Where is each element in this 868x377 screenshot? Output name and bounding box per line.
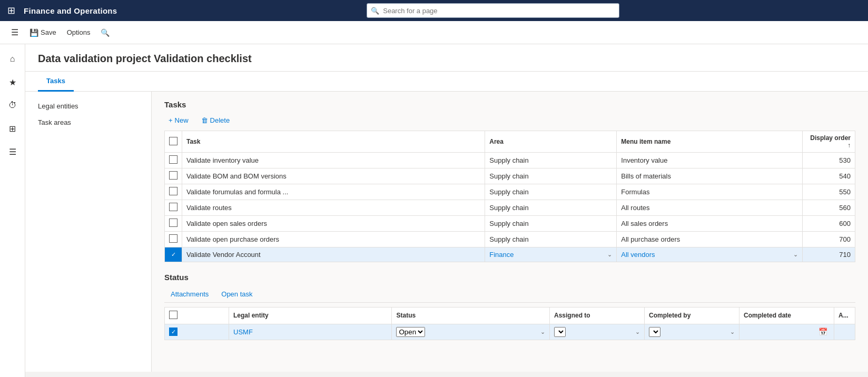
col-task: Task bbox=[182, 131, 485, 153]
app-grid-icon[interactable]: ⊞ bbox=[5, 3, 17, 18]
menu-item-select[interactable]: All vendors bbox=[621, 251, 793, 259]
display-order-cell: 710 bbox=[803, 247, 855, 262]
table-row[interactable]: Validate open sales ordersSupply chainAl… bbox=[165, 216, 855, 232]
task-name-cell[interactable]: Validate routes bbox=[182, 200, 485, 216]
table-row[interactable]: Validate inventory valueSupply chainInve… bbox=[165, 153, 855, 168]
menu-item-name-cell[interactable]: All routes bbox=[617, 200, 803, 216]
area-cell[interactable]: Supply chain bbox=[485, 153, 617, 168]
table-row[interactable]: ✓Finance⌄All vendors⌄710 bbox=[165, 247, 855, 262]
sidebar-home-button[interactable]: ⌂ bbox=[2, 48, 23, 70]
attachments-tab[interactable]: Attachments bbox=[164, 287, 215, 302]
task-name-input[interactable] bbox=[186, 251, 480, 259]
save-icon: 💾 bbox=[29, 28, 38, 37]
row-check-cell[interactable] bbox=[165, 216, 182, 232]
menu-item-name-cell[interactable]: Bills of materials bbox=[617, 168, 803, 184]
options-button[interactable]: Options bbox=[63, 26, 95, 38]
row-check-cell[interactable] bbox=[165, 232, 182, 247]
task-name-cell[interactable]: Validate inventory value bbox=[182, 153, 485, 168]
row-check-cell[interactable] bbox=[165, 168, 182, 184]
select-all-checkbox[interactable] bbox=[169, 137, 177, 145]
menu-item-name-cell[interactable]: Inventory value bbox=[617, 153, 803, 168]
row-checkbox[interactable]: ✓ bbox=[169, 251, 177, 259]
col-area: Area bbox=[485, 131, 617, 153]
col-extra: A... bbox=[834, 307, 855, 324]
save-button[interactable]: 💾 Save bbox=[25, 26, 61, 39]
col-assigned-to: Assigned to bbox=[550, 307, 645, 324]
open-task-tab[interactable]: Open task bbox=[215, 287, 259, 302]
completed-by-select[interactable] bbox=[649, 327, 660, 337]
row-checkbox[interactable] bbox=[169, 155, 177, 164]
sidebar-recent-button[interactable]: ⏱ bbox=[2, 95, 23, 116]
assigned-to-arrow: ⌄ bbox=[635, 329, 640, 335]
main-layout: ⌂ ★ ⏱ ⊞ ☰ Data validation project Valida… bbox=[0, 44, 868, 377]
table-row[interactable]: Validate BOM and BOM versionsSupply chai… bbox=[165, 168, 855, 184]
hamburger-button[interactable]: ☰ bbox=[6, 24, 23, 41]
task-name-cell[interactable]: Validate open sales orders bbox=[182, 216, 485, 232]
row-checkbox[interactable] bbox=[169, 219, 177, 227]
display-order-cell: 600 bbox=[803, 216, 855, 232]
area-cell[interactable]: Supply chain bbox=[485, 200, 617, 216]
row-checkbox[interactable] bbox=[169, 187, 177, 195]
status-row-checkbox[interactable]: ✓ bbox=[169, 328, 177, 336]
area-cell[interactable]: Supply chain bbox=[485, 168, 617, 184]
tasks-table-header-row: Task Area Menu item name Display order ↑ bbox=[165, 131, 855, 153]
row-checkbox[interactable] bbox=[169, 234, 177, 243]
sidebar-favorites-button[interactable]: ★ bbox=[2, 72, 23, 93]
area-cell[interactable]: Supply chain bbox=[485, 216, 617, 232]
col-display-order: Display order ↑ bbox=[803, 131, 855, 153]
legal-entity-link[interactable]: USMF bbox=[233, 328, 253, 336]
two-panel: Legal entities Task areas Tasks + New 🗑 … bbox=[25, 92, 868, 372]
menu-item-name-cell[interactable]: All sales orders bbox=[617, 216, 803, 232]
menu-item-name-cell[interactable]: All purchase orders bbox=[617, 232, 803, 247]
display-order-cell: 550 bbox=[803, 184, 855, 200]
status-table-header-row: Legal entity Status Assigned to Complete… bbox=[165, 307, 855, 324]
new-task-button[interactable]: + New bbox=[164, 114, 193, 126]
completed-date-cell[interactable]: 📅 bbox=[739, 324, 834, 340]
display-order-cell: 560 bbox=[803, 200, 855, 216]
completed-by-cell[interactable]: ⌄ bbox=[645, 324, 739, 340]
row-check-cell[interactable] bbox=[165, 200, 182, 216]
delete-task-button[interactable]: 🗑 Delete bbox=[197, 114, 234, 126]
sidebar-list-button[interactable]: ☰ bbox=[2, 141, 23, 162]
toolbar-search-button[interactable]: 🔍 bbox=[96, 24, 113, 41]
assigned-to-cell[interactable]: ⌄ bbox=[550, 324, 645, 340]
table-row[interactable]: Validate routesSupply chainAll routes560 bbox=[165, 200, 855, 216]
area-cell[interactable]: Supply chain bbox=[485, 232, 617, 247]
area-select[interactable]: Finance bbox=[489, 251, 607, 259]
area-cell[interactable]: Finance⌄ bbox=[485, 247, 617, 262]
nav-tab-tasks[interactable]: Tasks bbox=[38, 72, 74, 92]
task-name-cell[interactable]: Validate open purchase orders bbox=[182, 232, 485, 247]
options-label: Options bbox=[67, 28, 91, 36]
status-select-all-checkbox[interactable] bbox=[169, 311, 177, 319]
calendar-icon[interactable]: 📅 bbox=[818, 328, 827, 336]
col-status: Status bbox=[392, 307, 550, 324]
table-row[interactable]: Validate forumulas and formula ...Supply… bbox=[165, 184, 855, 200]
row-check-cell[interactable]: ✓ bbox=[165, 247, 182, 262]
menu-item-name-cell[interactable]: Formulas bbox=[617, 184, 803, 200]
legal-entity-cell[interactable]: USMF bbox=[229, 324, 392, 340]
table-row[interactable]: Validate open purchase ordersSupply chai… bbox=[165, 232, 855, 247]
menu-item-name-cell[interactable]: All vendors⌄ bbox=[617, 247, 803, 262]
status-row-check-cell[interactable]: ✓ bbox=[165, 324, 229, 340]
row-checkbox[interactable] bbox=[169, 171, 177, 180]
task-name-cell[interactable]: Validate BOM and BOM versions bbox=[182, 168, 485, 184]
row-checkbox[interactable] bbox=[169, 203, 177, 211]
row-check-cell[interactable] bbox=[165, 153, 182, 168]
status-cell[interactable]: Open⌄ bbox=[392, 324, 550, 340]
task-name-cell[interactable] bbox=[182, 247, 485, 262]
area-cell[interactable]: Supply chain bbox=[485, 184, 617, 200]
sidebar-workspaces-button[interactable]: ⊞ bbox=[2, 118, 23, 139]
display-order-cell: 530 bbox=[803, 153, 855, 168]
task-name-cell[interactable]: Validate forumulas and formula ... bbox=[182, 184, 485, 200]
left-panel-task-areas[interactable]: Task areas bbox=[25, 114, 151, 131]
display-order-cell: 540 bbox=[803, 168, 855, 184]
status-table-row[interactable]: ✓USMFOpen⌄⌄⌄📅 bbox=[165, 324, 855, 340]
row-check-cell[interactable] bbox=[165, 184, 182, 200]
menu-item-dropdown-arrow: ⌄ bbox=[793, 251, 798, 258]
status-select[interactable]: Open bbox=[396, 327, 425, 337]
left-panel: Legal entities Task areas bbox=[25, 92, 152, 372]
search-input[interactable] bbox=[367, 3, 619, 18]
assigned-to-select[interactable] bbox=[554, 327, 566, 337]
status-section-title: Status bbox=[164, 273, 855, 282]
left-panel-legal-entities[interactable]: Legal entities bbox=[25, 98, 151, 114]
